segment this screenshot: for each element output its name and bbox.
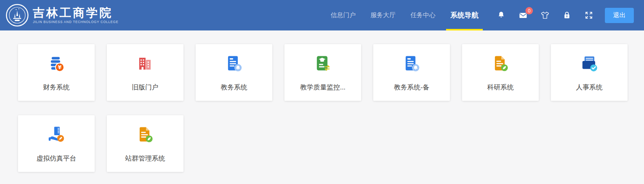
- bell-icon[interactable]: [496, 10, 506, 20]
- logout-button[interactable]: 退出: [605, 8, 634, 23]
- navbar-icon-group: 0: [496, 10, 594, 20]
- buildings-icon: [135, 54, 155, 74]
- app-card[interactable]: 站群管理系统: [107, 115, 183, 172]
- nav-link-4[interactable]: 系统导航: [443, 0, 486, 30]
- app-card-label: 教务系统: [221, 83, 247, 92]
- shirt-icon[interactable]: [540, 10, 550, 20]
- nav-link-1[interactable]: 信息门户: [323, 0, 363, 30]
- fullscreen-icon[interactable]: [584, 10, 594, 20]
- app-card[interactable]: 财务系统: [18, 44, 95, 101]
- app-card-label: 旧版门户: [132, 83, 158, 92]
- college-seal-logo: [5, 4, 29, 27]
- app-card-label: 人事系统: [576, 83, 603, 92]
- document-compass-icon: [135, 125, 155, 145]
- system-app-grid: 财务系统 旧版门户 教务系统 教学质量监控... 教务系统-备 科研系统 人事系…: [0, 30, 644, 172]
- lock-icon[interactable]: [562, 10, 572, 20]
- brand: 吉林工商学院 JILIN BUSINESS AND TECHNOLOGY COL…: [5, 4, 119, 27]
- mail-icon[interactable]: 0: [518, 10, 528, 20]
- app-card-label: 教务系统-备: [394, 83, 430, 92]
- app-card-label: 科研系统: [487, 83, 514, 92]
- app-card[interactable]: 人事系统: [551, 44, 628, 101]
- app-card[interactable]: 科研系统: [462, 44, 539, 101]
- college-name: 吉林工商学院: [33, 7, 119, 19]
- finance-coins-icon: [46, 54, 67, 74]
- app-card[interactable]: 旧版门户: [107, 44, 183, 101]
- app-card-label: 虚拟仿真平台: [36, 154, 76, 163]
- app-card[interactable]: 教务系统-备: [373, 44, 450, 101]
- primary-nav: 信息门户服务大厅任务中心系统导航: [323, 0, 486, 30]
- nav-link-2[interactable]: 服务大厅: [363, 0, 403, 30]
- app-card-label: 教学质量监控...: [300, 83, 345, 92]
- document-bell-icon: [224, 54, 244, 74]
- app-card[interactable]: 教务系统: [196, 44, 272, 101]
- unread-count-badge: 0: [525, 7, 533, 14]
- app-card-label: 站群管理系统: [125, 154, 165, 163]
- document-compass-icon: [490, 54, 511, 74]
- nav-link-3[interactable]: 任务中心: [403, 0, 443, 30]
- top-navbar: 吉林工商学院 JILIN BUSINESS AND TECHNOLOGY COL…: [0, 0, 644, 30]
- drawer-check-icon: [579, 54, 599, 74]
- education-sync-icon: [313, 54, 333, 74]
- app-card[interactable]: 虚拟仿真平台: [18, 115, 95, 172]
- app-card-label: 财务系统: [43, 83, 70, 92]
- app-card[interactable]: 教学质量监控...: [284, 44, 361, 101]
- hand-beaker-icon: [46, 125, 67, 145]
- document-bell-icon: [401, 54, 422, 74]
- college-name-english: JILIN BUSINESS AND TECHNOLOGY COLLEGE: [33, 20, 119, 24]
